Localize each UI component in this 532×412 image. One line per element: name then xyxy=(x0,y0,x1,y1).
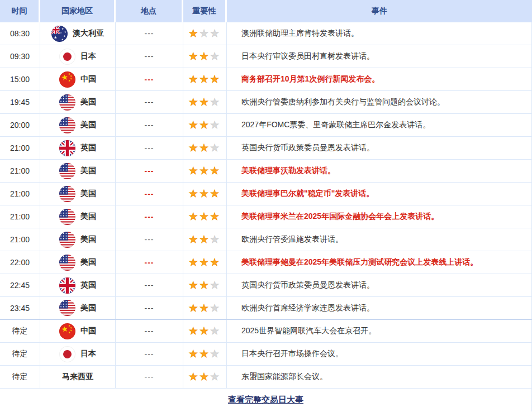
location-cell: --- xyxy=(116,228,183,251)
star-icon: ★ xyxy=(189,325,200,337)
star-icon: ★ xyxy=(210,74,221,85)
star-icon: ★ xyxy=(210,234,221,245)
column-header-event: 事件 xyxy=(227,0,532,22)
importance-cell: ★★★ xyxy=(183,366,227,388)
country-label: 日本 xyxy=(80,349,96,359)
table-row: 21:00 美国 --- ★★★ 美联储理事米兰在2025年国际金融协会年会上发… xyxy=(0,205,532,228)
japan-flag-icon xyxy=(59,49,75,65)
event-text: 商务部召开10月第1次例行新闻发布会。 xyxy=(227,68,532,90)
star-icon: ★ xyxy=(189,188,200,199)
star-icon: ★ xyxy=(210,119,221,131)
country-cell: 美国 xyxy=(40,91,116,113)
country-label: 英国 xyxy=(80,143,96,153)
china-flag-icon xyxy=(59,71,75,88)
importance-cell: ★★★ xyxy=(183,228,227,251)
event-text: 日本央行召开市场操作会议。 xyxy=(227,343,532,365)
country-cell: 中国 xyxy=(40,320,116,342)
table-footer: 查看完整交易日大事 xyxy=(0,389,532,411)
star-icon: ★ xyxy=(200,119,210,131)
importance-cell: ★★★ xyxy=(183,45,227,68)
country-label: 美国 xyxy=(80,120,96,130)
importance-cell: ★★★ xyxy=(183,183,227,205)
time-cell: 08:30 xyxy=(0,22,40,45)
location-cell: --- xyxy=(116,22,183,45)
country-cell: 日本 xyxy=(40,45,116,68)
star-icon: ★ xyxy=(189,303,200,314)
table-row: 09:30 日本 --- ★★★ 日本央行审议委员田村直树发表讲话。 xyxy=(0,45,532,68)
star-icon: ★ xyxy=(210,97,221,108)
star-icon: ★ xyxy=(200,325,210,337)
star-icon: ★ xyxy=(189,257,200,268)
country-label: 马来西亚 xyxy=(62,372,93,382)
economic-calendar: 时间 国家地区 地点 重要性 事件 08:30 澳大利亚 --- ★★★ 澳洲联… xyxy=(0,0,532,412)
table-row: 21:00 美国 --- ★★★ 美联储理事沃勒发表讲话。 xyxy=(0,160,532,183)
importance-cell: ★★★ xyxy=(183,91,227,113)
location-cell: --- xyxy=(116,274,183,296)
country-label: 美国 xyxy=(80,212,96,222)
importance-cell: ★★★ xyxy=(183,251,227,274)
location-cell: --- xyxy=(116,45,183,68)
country-label: 美国 xyxy=(80,257,96,267)
time-cell: 21:00 xyxy=(0,205,40,228)
location-cell: --- xyxy=(116,91,183,113)
importance-cell: ★★★ xyxy=(183,297,227,319)
importance-cell: ★★★ xyxy=(183,137,227,159)
location-cell: --- xyxy=(116,68,183,90)
country-label: 英国 xyxy=(80,280,96,290)
country-label: 美国 xyxy=(80,189,96,199)
usa-flag-icon xyxy=(59,300,75,316)
time-cell: 09:30 xyxy=(0,45,40,68)
time-cell: 21:00 xyxy=(0,160,40,182)
view-full-trading-day-link[interactable]: 查看完整交易日大事 xyxy=(228,395,303,405)
time-cell: 待定 xyxy=(0,320,40,342)
country-label: 中国 xyxy=(80,326,96,336)
table-row: 19:45 美国 --- ★★★ 欧洲央行管委唐纳利参加有关央行与监管问题的会议… xyxy=(0,91,532,114)
event-text: 美联储理事米兰在2025年国际金融协会年会上发表讲话。 xyxy=(227,205,532,228)
star-icon: ★ xyxy=(200,303,210,314)
location-cell: --- xyxy=(116,114,183,136)
importance-cell: ★★★ xyxy=(183,114,227,136)
time-cell: 15:00 xyxy=(0,68,40,90)
star-icon: ★ xyxy=(200,257,210,268)
column-header-location: 地点 xyxy=(116,0,183,22)
table-row: 21:00 美国 --- ★★★ 美联储理事巴尔就"稳定币"发表讲话。 xyxy=(0,183,532,205)
star-icon: ★ xyxy=(189,97,200,108)
country-cell: 英国 xyxy=(40,274,116,296)
table-body: 08:30 澳大利亚 --- ★★★ 澳洲联储助理主席肯特发表讲话。 09:30… xyxy=(0,22,532,389)
star-icon: ★ xyxy=(189,51,200,62)
table-row: 21:00 英国 --- ★★★ 英国央行货币政策委员曼恩发表讲话。 xyxy=(0,137,532,160)
star-icon: ★ xyxy=(210,371,221,382)
country-cell: 英国 xyxy=(40,137,116,159)
star-icon: ★ xyxy=(189,371,200,382)
usa-flag-icon xyxy=(59,255,75,271)
star-icon: ★ xyxy=(200,234,210,245)
importance-cell: ★★★ xyxy=(183,320,227,342)
country-cell: 美国 xyxy=(40,228,116,251)
usa-flag-icon xyxy=(59,94,75,111)
importance-cell: ★★★ xyxy=(183,160,227,182)
column-header-country: 国家地区 xyxy=(40,0,116,22)
location-cell: --- xyxy=(116,205,183,228)
country-cell: 美国 xyxy=(40,205,116,228)
table-row: 22:45 英国 --- ★★★ 英国央行货币政策委员曼恩发表讲话。 xyxy=(0,274,532,297)
country-cell: 美国 xyxy=(40,114,116,136)
table-row: 23:45 美国 --- ★★★ 欧洲央行首席经济学家连恩发表讲话。 xyxy=(0,297,532,320)
star-icon: ★ xyxy=(210,211,221,222)
star-icon: ★ xyxy=(200,188,210,199)
location-cell: --- xyxy=(116,366,183,388)
star-icon: ★ xyxy=(210,51,221,62)
star-icon: ★ xyxy=(200,280,210,291)
star-icon: ★ xyxy=(200,211,210,222)
location-cell: --- xyxy=(116,320,183,342)
table-row: 待定 中国 --- ★★★ 2025世界智能网联汽车大会在京召开。 xyxy=(0,320,532,343)
event-text: 英国央行货币政策委员曼恩发表讲话。 xyxy=(227,137,532,159)
importance-cell: ★★★ xyxy=(183,274,227,296)
importance-cell: ★★★ xyxy=(183,205,227,228)
star-icon: ★ xyxy=(189,74,200,85)
star-icon: ★ xyxy=(200,51,210,62)
star-icon: ★ xyxy=(200,348,210,360)
star-icon: ★ xyxy=(210,28,221,39)
star-icon: ★ xyxy=(200,371,210,382)
importance-cell: ★★★ xyxy=(183,343,227,365)
country-label: 日本 xyxy=(80,51,96,61)
